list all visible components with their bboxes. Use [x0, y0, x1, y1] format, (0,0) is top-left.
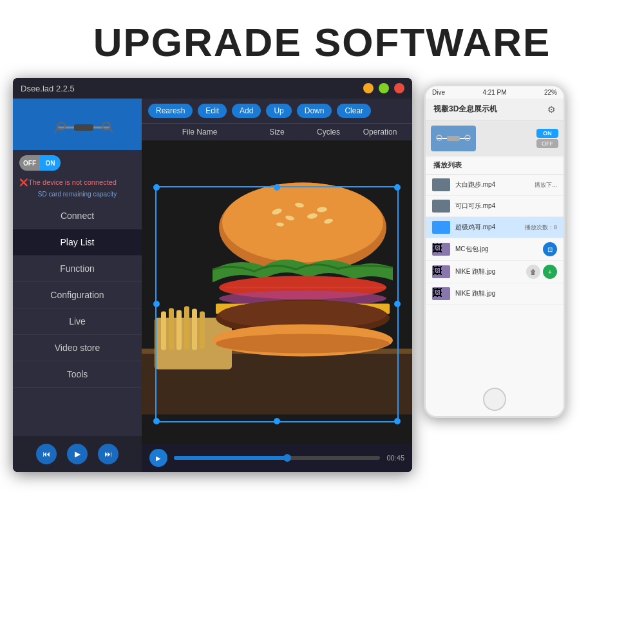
content-area: Dsee.lad 2.2.5 — [13, 78, 631, 472]
svg-rect-11 — [169, 308, 174, 350]
page-wrapper: UPGRADE SOFTWARE Dsee.lad 2.2.5 — [0, 0, 644, 644]
file-actions: ⊡ — [543, 242, 557, 256]
toggle-on-label: ON — [40, 155, 61, 171]
progress-dot[interactable] — [283, 454, 291, 462]
title-bar: Dsee.lad 2.2.5 — [13, 78, 412, 99]
phone-file-item: 🖼 MC包包.jpg ⊡ — [426, 238, 564, 261]
sidebar-item-configuration[interactable]: Configuration — [13, 282, 142, 308]
svg-rect-13 — [184, 307, 189, 350]
file-name: 超级鸡哥.mp4 — [455, 223, 520, 232]
next-button[interactable]: ⏭ — [98, 444, 118, 464]
progress-fill — [174, 456, 287, 460]
sidebar-item-videostore[interactable]: Video store — [13, 335, 142, 361]
svg-rect-34 — [447, 136, 460, 141]
action-btn-add[interactable]: + — [543, 265, 557, 279]
window-controls — [363, 83, 404, 93]
phone-time: 4:21 PM — [482, 89, 506, 96]
svg-line-5 — [109, 128, 113, 133]
minimize-button[interactable] — [363, 83, 374, 93]
edit-button[interactable]: Edit — [198, 104, 227, 118]
phone-battery: 22% — [544, 89, 557, 96]
sidebar-footer: ⏮ ▶ ⏭ — [13, 436, 142, 472]
toggle-off-label: OFF — [19, 155, 40, 171]
burger-svg — [142, 140, 412, 444]
svg-rect-12 — [176, 310, 182, 350]
prev-button[interactable]: ⏮ — [36, 444, 57, 464]
sidebar-item-playlist[interactable]: Play List — [13, 229, 142, 256]
phone-bottom-bar — [426, 383, 564, 416]
play-button[interactable]: ▶ — [67, 444, 88, 464]
table-header: File Name Size Cycles Operation — [142, 123, 412, 140]
svg-rect-15 — [200, 312, 205, 349]
col-operation: Operation — [354, 128, 406, 137]
device-preview — [13, 99, 142, 150]
svg-rect-14 — [192, 309, 197, 350]
settings-icon[interactable]: ⚙ — [547, 104, 556, 115]
app-title: Dsee.lad 2.2.5 — [21, 84, 75, 93]
action-btn-delete[interactable]: 🗑 — [526, 265, 540, 279]
action-btn-copy[interactable]: ⊡ — [543, 242, 557, 256]
file-name: MC包包.jpg — [455, 245, 538, 254]
sidebar-item-tools[interactable]: Tools — [13, 361, 142, 388]
page-title: UPGRADE SOFTWARE — [0, 19, 644, 65]
file-thumb: 🖼 — [432, 243, 450, 256]
phone-file-item: 🖼 NIKE 跑鞋.jpg — [426, 283, 564, 305]
add-button[interactable]: Add — [232, 104, 261, 118]
progress-bar[interactable] — [174, 456, 380, 460]
svg-point-32 — [216, 334, 390, 354]
phone-status-bar: Dive 4:21 PM 22% — [426, 86, 564, 99]
toggle-row: OFF ON — [13, 150, 142, 176]
file-name: 可口可乐.mp4 — [455, 202, 557, 211]
file-thumb: 🖼 — [432, 265, 450, 278]
phone-toggle-off: OFF — [536, 139, 558, 148]
phone-screen: Dive 4:21 PM 22% 视觳3D全息展示机 ⚙ — [426, 86, 564, 383]
svg-point-2 — [57, 122, 65, 130]
down-button[interactable]: Down — [297, 104, 332, 118]
maximize-button[interactable] — [379, 83, 389, 93]
title-area: UPGRADE SOFTWARE — [0, 0, 644, 78]
file-thumb — [432, 221, 450, 234]
phone-carrier: Dive — [432, 89, 445, 96]
playback-play-button[interactable]: ▶ — [149, 449, 167, 467]
phone-app-title: 视觳3D全息展示机 — [433, 104, 497, 115]
file-actions: 🗑 + — [526, 265, 557, 279]
phone-file-item: 大白跑步.mp4 播放下... — [426, 175, 564, 196]
col-cycles: Cycles — [303, 128, 354, 137]
up-button[interactable]: Up — [266, 104, 291, 118]
file-thumb — [432, 178, 450, 191]
time-display: 00:45 — [386, 454, 404, 462]
svg-point-3 — [102, 122, 110, 130]
svg-rect-1 — [74, 124, 93, 131]
phone-file-item-highlighted: 超级鸡哥.mp4 播放次数：8 — [426, 217, 564, 238]
phone-device-row: ON OFF — [426, 120, 564, 156]
phone-drone-preview — [431, 126, 476, 151]
app-body: OFF ON ❌The device is not connected SD c… — [13, 99, 412, 472]
svg-line-4 — [55, 128, 58, 133]
phone-home-button[interactable] — [483, 388, 506, 411]
sidebar-item-live[interactable]: Live — [13, 308, 142, 335]
rearesh-button[interactable]: Rearesh — [148, 104, 193, 118]
clear-button[interactable]: Clear — [337, 104, 371, 118]
play-extra: 播放下... — [535, 181, 557, 189]
sidebar: OFF ON ❌The device is not connected SD c… — [13, 99, 142, 472]
device-status: ❌The device is not connected — [13, 176, 142, 189]
col-size: Size — [251, 128, 303, 137]
file-name: 大白跑步.mp4 — [455, 180, 529, 189]
file-thumb: 🖼 — [432, 287, 450, 300]
phone-file-item: 🖼 NIKE 跑鞋.jpg 🗑 + — [426, 261, 564, 283]
close-button[interactable] — [394, 83, 404, 93]
phone-toggle-on: ON — [536, 129, 558, 138]
sd-card-info: SD card remaining capacity — [13, 189, 142, 203]
sidebar-item-connect[interactable]: Connect — [13, 203, 142, 229]
file-name: NIKE 跑鞋.jpg — [455, 267, 521, 276]
app-window: Dsee.lad 2.2.5 — [13, 78, 412, 472]
phone-header: 视觳3D全息展示机 ⚙ — [426, 99, 564, 120]
burger-display — [142, 140, 412, 444]
col-filename: File Name — [148, 128, 251, 137]
toggle-switch[interactable]: OFF ON — [19, 155, 61, 171]
play-count: 播放次数：8 — [525, 223, 557, 232]
phone-toggle[interactable]: ON OFF — [536, 129, 558, 148]
media-preview — [142, 140, 412, 444]
sidebar-item-function[interactable]: Function — [13, 256, 142, 282]
phone-mockup: Dive 4:21 PM 22% 视觳3D全息展示机 ⚙ — [424, 84, 565, 418]
